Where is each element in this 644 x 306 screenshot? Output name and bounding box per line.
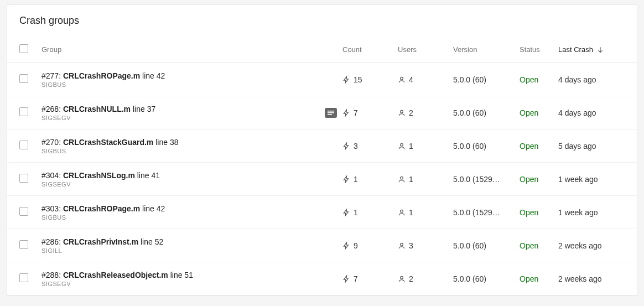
svg-point-0 (401, 77, 403, 80)
crash-group-title: #268: CRLCrashNULL.m line 37 (41, 105, 319, 113)
crash-users: 1 (398, 175, 453, 184)
user-icon (398, 142, 406, 150)
crash-group-title: #288: CRLCrashReleasedObject.m line 51 (41, 271, 342, 279)
crash-count: 1 (342, 175, 398, 184)
lightning-icon (342, 275, 350, 283)
crash-version: 5.0.0 (1529… (453, 175, 520, 184)
crash-count: 9 (342, 241, 398, 250)
panel-title: Crash groups (7, 5, 637, 37)
crash-signal: SIGBUS (41, 148, 342, 154)
row-checkbox[interactable] (19, 240, 28, 249)
user-icon (398, 209, 406, 216)
crash-group-title: #303: CRLCrashROPage.m line 42 (41, 204, 342, 213)
lightning-icon (342, 76, 350, 84)
svg-point-6 (401, 177, 403, 179)
crash-lastcrash: 1 week ago (558, 175, 625, 184)
crash-status: Open (520, 142, 558, 151)
row-checkbox[interactable] (19, 273, 28, 282)
crash-users: 3 (398, 241, 453, 250)
crash-groups-panel: Crash groups Group Count Users Version S… (7, 4, 637, 296)
crash-count: 3 (342, 142, 398, 151)
column-header-count[interactable]: Count (342, 45, 398, 54)
crash-version: 5.0.0 (60) (453, 241, 520, 250)
crash-signal: SIGBUS (41, 81, 342, 88)
svg-point-7 (401, 210, 403, 212)
crash-users: 1 (398, 142, 453, 151)
crash-version: 5.0.0 (60) (453, 75, 520, 84)
crash-signal: SIGSEGV (41, 281, 342, 287)
crash-signal: SIGSEGV (41, 181, 342, 188)
table-row[interactable]: #288: CRLCrashReleasedObject.m line 51SI… (7, 262, 637, 295)
column-header-group[interactable]: Group (41, 45, 342, 54)
crash-users: 2 (398, 108, 453, 117)
crash-status: Open (520, 75, 558, 84)
crash-version: 5.0.0 (60) (453, 142, 520, 151)
lightning-icon (342, 175, 350, 183)
svg-point-4 (401, 110, 403, 113)
svg-point-5 (401, 143, 403, 146)
crash-count: 7 (342, 108, 398, 117)
crash-status: Open (520, 108, 558, 117)
user-icon (398, 275, 406, 283)
crash-count: 1 (342, 208, 398, 217)
crash-version: 5.0.0 (60) (453, 108, 520, 117)
crash-users: 4 (398, 75, 453, 84)
crash-group-title: #286: CRLCrashPrivInst.m line 52 (41, 237, 342, 246)
row-checkbox[interactable] (19, 141, 28, 149)
crash-status: Open (520, 274, 558, 283)
lightning-icon (342, 109, 350, 117)
table-row[interactable]: #268: CRLCrashNULL.m line 37SIGSEGV725.0… (7, 96, 637, 129)
crash-lastcrash: 4 days ago (558, 108, 625, 117)
table-header: Group Count Users Version Status Last Cr… (7, 37, 637, 63)
user-icon (398, 175, 406, 183)
note-icon (325, 108, 337, 118)
crash-status: Open (520, 175, 558, 184)
crash-status: Open (520, 208, 558, 217)
svg-rect-3 (328, 114, 332, 115)
crash-users: 1 (398, 208, 453, 217)
column-header-users[interactable]: Users (398, 45, 453, 54)
column-header-version[interactable]: Version (453, 45, 520, 54)
table-row[interactable]: #277: CRLCrashROPage.m line 42SIGBUS1545… (7, 63, 637, 96)
crash-signal: SIGBUS (41, 214, 342, 221)
svg-point-8 (401, 243, 403, 246)
crash-group-title: #304: CRLCrashNSLog.m line 41 (41, 171, 342, 180)
crash-group-title: #270: CRLCrashStackGuard.m line 38 (41, 138, 342, 147)
select-all-checkbox[interactable] (19, 44, 28, 53)
crash-group-title: #277: CRLCrashROPage.m line 42 (41, 71, 342, 80)
column-header-status[interactable]: Status (520, 45, 558, 54)
svg-point-9 (401, 276, 403, 279)
sort-desc-icon (596, 46, 604, 54)
row-checkbox[interactable] (19, 74, 28, 83)
table-row[interactable]: #303: CRLCrashROPage.m line 42SIGBUS115.… (7, 196, 637, 229)
lightning-icon (342, 242, 350, 250)
row-checkbox[interactable] (19, 174, 28, 183)
user-icon (398, 109, 406, 117)
row-checkbox[interactable] (19, 207, 28, 216)
crash-signal: SIGSEGV (41, 115, 319, 121)
crash-count: 7 (342, 274, 398, 283)
crash-count: 15 (342, 75, 398, 84)
table-row[interactable]: #270: CRLCrashStackGuard.m line 38SIGBUS… (7, 129, 637, 163)
user-icon (398, 76, 406, 84)
crash-version: 5.0.0 (1529… (453, 208, 520, 217)
crash-lastcrash: 2 weeks ago (558, 274, 625, 283)
column-header-lastcrash[interactable]: Last Crash (558, 45, 625, 54)
lightning-icon (342, 142, 350, 150)
row-checkbox[interactable] (19, 107, 28, 116)
crash-signal: SIGILL (41, 247, 342, 254)
table-row[interactable]: #286: CRLCrashPrivInst.m line 52SIGILL93… (7, 229, 637, 262)
table-row[interactable]: #304: CRLCrashNSLog.m line 41SIGSEGV115.… (7, 163, 637, 196)
crash-lastcrash: 5 days ago (558, 142, 625, 151)
crash-lastcrash: 1 week ago (558, 208, 625, 217)
lightning-icon (342, 209, 350, 216)
crash-version: 5.0.0 (60) (453, 274, 520, 283)
crash-lastcrash: 2 weeks ago (558, 241, 625, 250)
svg-rect-2 (328, 112, 334, 113)
crash-users: 2 (398, 274, 453, 283)
crash-lastcrash: 4 days ago (558, 75, 625, 84)
svg-rect-1 (328, 111, 334, 112)
user-icon (398, 242, 406, 250)
crash-status: Open (520, 241, 558, 250)
